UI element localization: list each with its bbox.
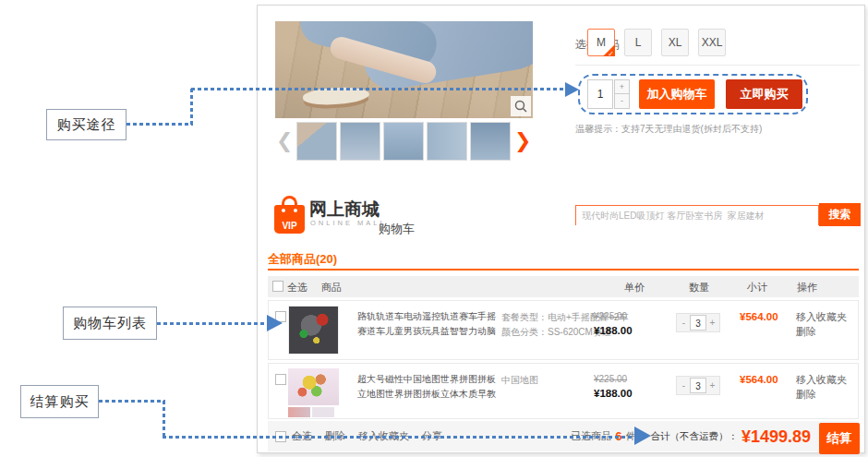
shop-logo[interactable]: VIP: [274, 196, 305, 235]
annotation-line: [163, 436, 635, 439]
search-input[interactable]: [576, 207, 818, 225]
carousel-prev-icon[interactable]: ❮: [276, 129, 293, 153]
brand-subtitle: ONLINE MALL: [310, 219, 387, 227]
product-image-track-toy[interactable]: [288, 306, 339, 355]
bag-dot: [282, 209, 285, 212]
cart-section-title: 全部商品(20): [268, 251, 337, 268]
column-product: 商品: [321, 281, 342, 295]
map-image: [288, 368, 339, 405]
current-price: ¥188.00: [594, 325, 633, 336]
product-spec: 中国地图: [501, 374, 538, 387]
row-subtotal: ¥564.00: [740, 311, 778, 322]
annotation-label-checkout: 结算购买: [20, 385, 99, 418]
row-subtotal: ¥564.00: [740, 374, 778, 385]
divider: [575, 65, 860, 66]
size-option-label: XL: [669, 36, 682, 49]
delete-link[interactable]: 删除: [796, 325, 816, 339]
carousel-next-icon[interactable]: ❯: [514, 129, 531, 153]
move-to-favorites-link[interactable]: 移入收藏夹: [796, 310, 847, 324]
section-underline: [268, 269, 859, 271]
buy-now-button[interactable]: 立即购买: [726, 79, 802, 109]
row-qty-decrease-button[interactable]: -: [678, 378, 690, 393]
annotation-arrow-icon: [565, 82, 579, 97]
annotation-line: [99, 400, 165, 403]
column-action: 操作: [797, 281, 817, 295]
annotation-arrow-icon: [634, 427, 651, 445]
annotation-line: [190, 89, 193, 126]
annotation-line: [163, 401, 165, 438]
total-amount: ¥1499.89: [741, 428, 811, 445]
magnifier-icon: [514, 100, 527, 113]
annotation-arrow-icon: [267, 315, 283, 331]
search-box: [575, 205, 819, 225]
map-sub-thumbnails: [288, 407, 339, 417]
cart-table-header: 全选 商品 单价 数量 小计 操作: [268, 276, 859, 297]
quantity-stepper: + -: [614, 79, 630, 109]
product-page-panel: ❮ ❯ 选择尺码： M ✓ L XL XXL + - 加入购物车 立即购买 温馨…: [257, 5, 865, 453]
quantity-decrease-button[interactable]: -: [614, 94, 630, 109]
original-price: ¥225.00: [594, 374, 627, 384]
annotation-line: [127, 123, 193, 126]
row-quantity-stepper: - 3 +: [676, 376, 720, 395]
current-price: ¥188.00: [594, 388, 633, 399]
image-zoom-button[interactable]: [511, 96, 531, 116]
add-to-cart-button[interactable]: 加入购物车: [639, 79, 715, 109]
annotation-label-cart-list: 购物车列表: [63, 307, 157, 340]
return-policy-tip: 温馨提示：支持7天无理由退货(拆封后不支持): [575, 123, 762, 136]
quantity-increase-button[interactable]: +: [614, 79, 630, 94]
select-all-checkbox[interactable]: [272, 281, 283, 292]
search-button[interactable]: 搜索: [819, 203, 861, 226]
annotation-line: [157, 322, 268, 325]
move-to-favorites-link[interactable]: 移入收藏夹: [796, 373, 847, 387]
thumbnail-1[interactable]: [296, 122, 337, 161]
row-qty-decrease-button[interactable]: -: [678, 315, 690, 331]
annotation-label-purchase-path: 购买途径: [46, 109, 127, 140]
size-option-xl[interactable]: XL: [661, 29, 689, 56]
thumbnail-3[interactable]: [383, 122, 424, 161]
total-label: 合计（不含运费）：: [650, 430, 738, 443]
size-option-l[interactable]: L: [624, 29, 652, 56]
product-title-link[interactable]: 超大号磁性中国地图世界拼图拼板立地图世界拼图拼板立体木质早教益智力学生地理男: [357, 372, 498, 402]
product-title-link[interactable]: 路轨轨道车电动遥控轨道赛车手摇赛道车儿童男孩玩具益智智力动脑: [357, 309, 498, 339]
check-icon: ✓: [608, 51, 614, 58]
product-main-image[interactable]: [275, 21, 533, 118]
row-checkbox[interactable]: [275, 374, 286, 385]
row-quantity-stepper: - 3 +: [676, 313, 720, 332]
column-subtotal: 小计: [747, 281, 767, 295]
row-qty-value[interactable]: 3: [690, 378, 706, 393]
bag-dot: [294, 209, 297, 212]
size-options: M ✓ L XL XXL: [587, 29, 726, 56]
column-quantity: 数量: [689, 281, 709, 295]
size-option-label: XXL: [702, 36, 723, 49]
column-select-all[interactable]: 全选: [287, 281, 307, 295]
thumbnail-4[interactable]: [427, 122, 467, 161]
thumbnail-5[interactable]: [470, 122, 511, 161]
size-option-label: L: [635, 36, 642, 49]
checkout-button[interactable]: 结算: [819, 423, 860, 454]
vip-badge: VIP: [274, 221, 305, 231]
cart-row: 路轨轨道车电动遥控轨道赛车手摇赛道车儿童男孩玩具益智智力动脑 套餐类型：电动+手…: [268, 300, 859, 360]
page-title: 购物车: [379, 221, 415, 237]
quantity-input[interactable]: [587, 79, 613, 109]
delete-link[interactable]: 删除: [796, 388, 816, 402]
annotation-line: [191, 88, 566, 90]
thumbnail-strip: [296, 122, 511, 161]
row-qty-increase-button[interactable]: +: [706, 315, 718, 331]
column-unit-price: 单价: [624, 281, 645, 295]
size-option-xxl[interactable]: XXL: [698, 29, 726, 56]
row-qty-increase-button[interactable]: +: [706, 378, 718, 393]
original-price: ¥225.00: [594, 311, 627, 321]
product-image-china-map[interactable]: [288, 368, 339, 417]
row-qty-value[interactable]: 3: [690, 315, 706, 331]
thumbnail-2[interactable]: [340, 122, 380, 161]
cart-row: 超大号磁性中国地图世界拼图拼板立地图世界拼图拼板立体木质早教益智力学生地理男 中…: [268, 363, 859, 419]
size-option-m[interactable]: M ✓: [587, 29, 615, 56]
